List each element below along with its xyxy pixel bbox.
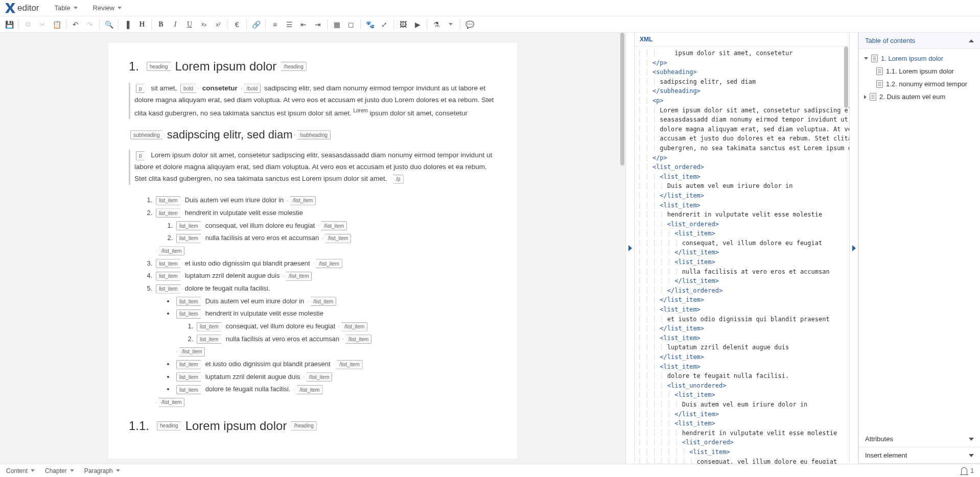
list-item[interactable]: list_itemluptatum zzril delenit augue du… [175,371,497,384]
chevron-down-icon [969,438,974,441]
flask-icon[interactable]: ⚗ [429,17,444,32]
indent-icon[interactable]: ⇥ [311,17,325,32]
redo-icon[interactable]: ↷ [83,17,97,32]
attributes-panel-header[interactable]: Attributes [859,431,980,447]
unordered-list-icon[interactable]: ☰ [282,17,296,32]
list-item[interactable]: list_itemnulla facilisis at vero eros et… [175,232,497,245]
list-item[interactable]: list_itemnulla facilisis at vero eros et… [195,333,497,346]
toc-panel-header[interactable]: Table of contents [859,33,980,49]
list-item[interactable]: list_itemdolore te feugait nulla facilis… [175,383,497,396]
bold-icon[interactable]: B [154,17,168,32]
tag-subheading-open[interactable]: subheading [130,130,166,139]
paw-icon[interactable]: 🐾 [363,17,377,32]
xml-panel-title: XML [635,33,849,46]
breadcrumb-paragraph[interactable]: Paragraph [84,467,120,474]
paste-icon[interactable]: 📋 [50,17,64,32]
splitter-right[interactable] [849,33,858,464]
superscript-icon[interactable]: x² [211,17,225,32]
menubar: editor Table Review [0,0,980,16]
toc-item[interactable]: 2. Duis autem vel eum [859,90,980,103]
outdent-icon[interactable]: ⇤ [296,17,311,32]
list-item[interactable]: list_itemhendrerit in vulputate velit es… [175,307,497,358]
symbol-icon[interactable]: € [230,17,244,32]
document-icon [876,80,883,88]
copy-icon[interactable]: ⧉ [21,17,35,32]
tag-p-close[interactable]: /p [390,175,403,184]
document-page[interactable]: 1. heading Lorem ipsum dolor /heading p … [108,43,517,459]
brand-label: editor [17,3,39,13]
tag-bold-open[interactable]: bold [180,84,199,93]
subscript-icon[interactable]: x₂ [197,17,211,32]
tag-bold-close[interactable]: /bold [241,84,261,93]
chevron-right-icon [628,245,632,251]
breadcrumb-content[interactable]: Content [6,467,35,474]
ordered-list[interactable]: list_itemDuis autem vel eum iriure dolor… [129,194,497,409]
document-icon [870,93,876,101]
tag-heading-close[interactable]: /heading [278,62,306,71]
list-item[interactable]: list_itemdolore te feugait nulla facilis… [154,282,497,409]
list-item[interactable]: list_itemconsequat, vel illum dolore eu … [195,320,497,333]
logo-icon [5,3,15,13]
bookmark-icon[interactable]: ❚ [121,17,135,32]
scrollbar-thumb[interactable] [844,46,848,108]
tag-p-open[interactable]: p [136,151,148,160]
menu-review[interactable]: Review [93,4,122,12]
tag-p-open[interactable]: p [136,84,148,93]
save-icon[interactable]: 💾 [2,17,16,32]
bell-icon [961,467,967,474]
chevron-up-icon [969,39,974,42]
heading-text[interactable]: Lorem ipsum dolor [175,59,277,74]
comment-icon[interactable]: 💬 [462,17,477,32]
breadcrumb-chapter[interactable]: Chapter [45,467,74,474]
menu-table[interactable]: Table [55,4,78,12]
video-icon[interactable]: ▶ [410,17,425,32]
tag-heading-open[interactable]: heading [157,421,184,431]
chevron-down-icon [70,469,74,472]
list-item[interactable]: list_itemet iusto odio dignissim qui bla… [154,257,497,270]
tag-heading-open[interactable]: heading [147,62,174,71]
undo-icon[interactable]: ↶ [68,17,83,32]
right-sidebar: Table of contents 1. Lorem ipsum dolor 1… [858,33,980,464]
xml-source[interactable]: ┊ ┊ ┊ ipsum dolor sit amet, consetetur┊ … [635,46,849,464]
tag-subheading-close[interactable]: /subheading [294,130,331,139]
editor-pane[interactable]: 1. heading Lorem ipsum dolor /heading p … [0,33,625,464]
italic-icon[interactable]: I [168,17,182,32]
chevron-down-icon [116,469,120,472]
toc-tree: 1. Lorem ipsum dolor 1.1. Lorem ipsum do… [859,49,980,431]
list-item[interactable]: list_itemDuis autem vel eum iriure dolor… [154,194,497,207]
splitter-left[interactable] [625,33,635,464]
heading-icon[interactable]: H [135,17,149,32]
table-icon[interactable]: ▦ [330,17,344,32]
notifications[interactable]: 1 [961,467,974,474]
expand-icon[interactable]: ⤢ [377,17,391,32]
heading-number: 1. [129,59,139,74]
dropdown-icon[interactable] [444,17,458,32]
subheading-text[interactable]: sadipscing elitr, sed diam [167,128,293,141]
toc-item[interactable]: 1.2. nonumy eirmod tempor [859,78,980,90]
xml-pane: XML ┊ ┊ ┊ ipsum dolor sit amet, consetet… [635,33,849,464]
scrollbar-thumb[interactable] [620,33,624,165]
heading-text[interactable]: Lorem ipsum dolor [185,419,287,433]
paragraph[interactable]: p sit amet, bold consetetur /bold sadips… [129,83,497,119]
cut-icon[interactable]: ✂ [35,17,50,32]
link-icon[interactable]: 🔗 [249,17,263,32]
underline-icon[interactable]: U [182,17,197,32]
ordered-list-icon[interactable]: ≡ [268,17,282,32]
insert-panel-header[interactable]: Insert element [859,447,980,464]
document-icon [871,55,878,62]
tag-heading-close[interactable]: /heading [288,421,316,431]
toc-item[interactable]: 1.1. Lorem ipsum dolor [859,65,980,78]
image-icon[interactable]: 🖼 [396,17,410,32]
heading-number: 1.1. [129,419,149,433]
caret-down-icon [864,57,868,60]
search-icon[interactable]: 🔍 [102,17,116,32]
element-icon[interactable]: ◻ [344,17,358,32]
list-item[interactable]: list_itemconsequat, vel illum dolore eu … [175,220,497,232]
list-item[interactable]: list_itemhendrerit in vulputate velit es… [154,207,497,257]
list-item[interactable]: list_itemDuis autem vel eum iriure dolor… [175,295,497,308]
list-item[interactable]: list_itemluptatum zzril delenit augue du… [154,270,497,282]
toc-item[interactable]: 1. Lorem ipsum dolor [859,52,980,65]
list-item[interactable]: list_itemet iusto odio dignissim qui bla… [175,358,497,371]
paragraph[interactable]: p Lorem ipsum dolor sit amet, consetetur… [129,150,497,185]
chevron-down-icon [31,469,35,472]
